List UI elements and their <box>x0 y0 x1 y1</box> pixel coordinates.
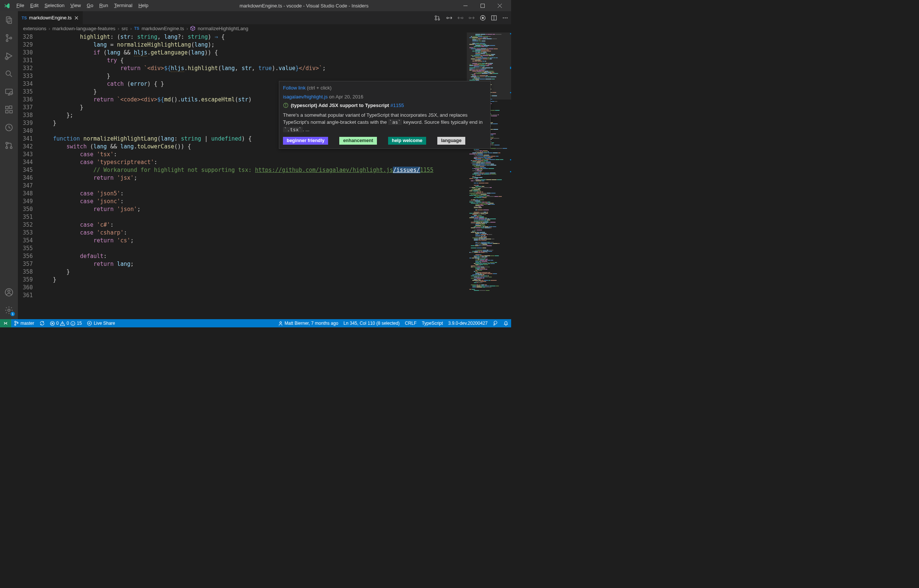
typescript-file-icon: TS <box>134 26 139 31</box>
live-share[interactable]: Live Share <box>84 319 118 327</box>
svg-point-42 <box>87 321 92 326</box>
sync-button[interactable] <box>37 319 47 327</box>
body-code: `.tsx` <box>283 127 303 132</box>
blame-text: Matt Bierner, 7 months ago <box>284 319 338 327</box>
code-editor[interactable]: 3283293303313323333343353363373383393403… <box>18 32 511 319</box>
extensions-icon[interactable] <box>0 101 18 119</box>
more-actions-icon[interactable] <box>502 15 508 21</box>
minimap[interactable] <box>467 32 511 319</box>
tab-label: markdownEngine.ts <box>29 15 71 21</box>
accounts-icon[interactable] <box>0 283 18 301</box>
eol-indicator[interactable]: CRLF <box>402 319 419 327</box>
svg-point-17 <box>6 147 8 149</box>
issue-labels: beginner friendlyenhancementhelp welcome… <box>283 137 486 145</box>
breadcrumb-part[interactable]: src <box>121 26 128 31</box>
svg-point-31 <box>503 17 504 18</box>
chevron-right-icon: › <box>48 26 50 31</box>
maximize-button[interactable] <box>474 0 491 11</box>
svg-point-8 <box>6 71 10 75</box>
svg-point-20 <box>8 290 10 292</box>
problems-indicator[interactable]: 0 0 15 <box>47 319 85 327</box>
close-button[interactable] <box>491 0 508 11</box>
issue-title-prefix: (typescript) <box>291 103 317 108</box>
remote-indicator[interactable] <box>0 319 11 327</box>
ts-version[interactable]: 3.9.0-dev.20200427 <box>446 319 490 327</box>
method-icon <box>190 26 195 31</box>
cursor-position[interactable]: Ln 345, Col 110 (8 selected) <box>341 319 402 327</box>
language-mode[interactable]: TypeScript <box>419 319 446 327</box>
tab-close-icon[interactable] <box>74 15 79 21</box>
minimize-button[interactable] <box>457 0 474 11</box>
explorer-icon[interactable] <box>0 11 18 29</box>
menu-view[interactable]: View <box>68 0 84 11</box>
svg-point-27 <box>469 17 470 19</box>
menu-file[interactable]: File <box>13 0 27 11</box>
svg-point-24 <box>438 19 439 20</box>
svg-point-5 <box>6 40 8 42</box>
feedback-icon[interactable] <box>490 319 501 327</box>
hover-follow-link: Follow link (ctrl + click) <box>283 84 486 92</box>
body-code: `as` <box>388 119 402 125</box>
source-control-icon[interactable] <box>0 29 18 47</box>
tab-markdownengine[interactable]: TS markdownEngine.ts <box>18 11 83 24</box>
compare-changes-icon[interactable] <box>434 15 440 21</box>
nav-prev-icon[interactable] <box>457 16 464 20</box>
editor-tabs: TS markdownEngine.ts <box>18 11 511 24</box>
issue-open-icon <box>283 103 289 108</box>
line-number-gutter: 3283293303313323333343353363373383393403… <box>18 32 40 319</box>
issue-label: beginner friendly <box>283 137 328 145</box>
breadcrumbs[interactable]: extensions › markdown-language-features … <box>18 24 511 32</box>
menu-edit[interactable]: Edit <box>27 0 41 11</box>
timeline-icon[interactable] <box>0 119 18 136</box>
svg-rect-36 <box>286 106 286 107</box>
issue-title: (typescript) Add JSX support to Typescri… <box>283 102 486 109</box>
svg-point-21 <box>8 309 10 311</box>
split-editor-icon[interactable] <box>491 15 497 21</box>
nav-back-icon[interactable] <box>446 15 452 21</box>
code-content[interactable]: highlight: (str: string, lang?: string) … <box>40 32 467 319</box>
remote-explorer-icon[interactable] <box>0 83 18 101</box>
follow-link-hint: (ctrl + click) <box>307 85 331 90</box>
breadcrumb-symbol[interactable]: normalizeHighlightLang <box>198 26 248 31</box>
chevron-right-icon: › <box>118 26 119 31</box>
issue-label: language <box>437 137 465 145</box>
notifications-icon[interactable] <box>501 319 511 327</box>
hover-source: isagalaev/highlight.js on Apr 20, 2016 <box>283 93 486 101</box>
breadcrumb-file[interactable]: markdownEngine.ts <box>142 26 184 31</box>
toggle-aux-icon[interactable] <box>480 15 486 21</box>
menu-go[interactable]: Go <box>84 0 96 11</box>
breadcrumb-part[interactable]: extensions <box>23 26 46 31</box>
hover-widget: Follow link (ctrl + click) isagalaev/hig… <box>279 81 491 149</box>
chevron-right-icon: › <box>130 26 132 31</box>
follow-link[interactable]: Follow link <box>283 85 306 90</box>
vscode-insiders-logo-icon <box>3 2 10 9</box>
git-branch[interactable]: master <box>11 319 37 327</box>
svg-point-44 <box>494 321 497 324</box>
status-bar: master 0 0 15 Live Share Matt Bierner, 7… <box>0 319 511 327</box>
hover-date: on Apr 20, 2016 <box>329 94 363 100</box>
activity-bar: 1 <box>0 11 18 319</box>
repo-link[interactable]: isagalaev/highlight.js <box>283 94 328 100</box>
settings-gear-icon[interactable]: 1 <box>0 301 18 319</box>
menu-selection[interactable]: Selection <box>41 0 67 11</box>
minimap-marker <box>510 171 511 172</box>
svg-point-33 <box>507 17 508 18</box>
svg-point-6 <box>10 37 12 39</box>
menu-terminal[interactable]: Terminal <box>111 0 135 11</box>
git-blame[interactable]: Matt Bierner, 7 months ago <box>276 319 341 327</box>
svg-point-25 <box>447 17 448 19</box>
svg-point-37 <box>15 321 16 323</box>
window-title: markdownEngine.ts - vscode - Visual Stud… <box>151 3 457 8</box>
breadcrumb-part[interactable]: markdown-language-features <box>53 26 116 31</box>
minimap-marker <box>510 92 511 93</box>
github-pr-icon[interactable] <box>0 136 18 154</box>
menu-help[interactable]: Help <box>135 0 151 11</box>
chevron-right-icon: › <box>186 26 188 31</box>
run-debug-icon[interactable] <box>0 47 18 65</box>
nav-next-icon[interactable] <box>468 16 475 20</box>
menu-run[interactable]: Run <box>96 0 111 11</box>
search-icon[interactable] <box>0 65 18 83</box>
issue-number[interactable]: #1155 <box>390 103 404 108</box>
svg-point-29 <box>482 17 483 19</box>
settings-badge: 1 <box>10 312 15 316</box>
